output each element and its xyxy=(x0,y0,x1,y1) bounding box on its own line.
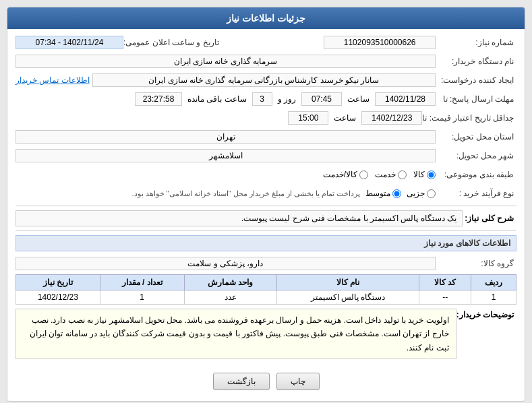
col-tarikh: تاریخ نیاز xyxy=(16,275,100,290)
row-jadval: جداقل تاریخ اعتبار قیمت: تا 1402/12/23 س… xyxy=(16,110,516,126)
col-vahed: واحد شمارش xyxy=(184,275,276,290)
buttons-row: چاپ بازگشت xyxy=(16,367,516,396)
mohlat-roz-label: روز و xyxy=(275,94,299,104)
noee-type-row: جزیی متوسط پرداخت تمام یا بخشی از مبلغ خ… xyxy=(16,189,436,198)
tabaqe-radio-group: کالا خدمت کالا/خدمت xyxy=(16,170,436,179)
ettelaat-tamas-link[interactable]: اطلاعات تماس خریدار xyxy=(16,75,90,85)
radio-jozii-input[interactable] xyxy=(427,189,436,198)
ijad-value: سانار نیکو خرسند کارشناس بازرگانی سرمایه… xyxy=(92,73,436,87)
radio-kk-label: کالا/خدمت xyxy=(323,170,357,179)
separator-2 xyxy=(16,230,516,231)
jadval-saat-label: ساعت xyxy=(331,113,359,123)
sharh-label: شرح کلی نیاز: xyxy=(463,214,516,223)
buyer-notes: اولویت خرید با تولید داخل است. هزینه حمل… xyxy=(16,309,456,359)
radio-motevaset[interactable]: متوسط xyxy=(365,189,401,198)
radio-jozii[interactable]: جزیی xyxy=(407,189,436,198)
ijad-flex: سانار نیکو خرسند کارشناس بازرگانی سرمایه… xyxy=(16,73,436,87)
row-shahr: شهر محل تحویل: اسلامشهر xyxy=(16,148,516,164)
name-dastgah-value: سرمایه گذاری خانه سازی ایران xyxy=(16,55,436,68)
jadval-label: جداقل تاریخ اعتبار قیمت: تا xyxy=(422,113,516,123)
sharh-value: یک دستگاه پالس اکسیمتر با مشخصات فنی شرح… xyxy=(16,210,463,226)
row-noee: نوع فرآیند خرید : جزیی متوسط پرداخت تمام… xyxy=(16,185,516,202)
group-kala-label: گروه کالا: xyxy=(436,259,516,268)
main-container: جزئیات اطلاعات نیاز شماره نیاز: 11020935… xyxy=(7,7,525,402)
buyer-row: توضیحات خریدار: اولویت خرید با تولید داخ… xyxy=(16,309,516,363)
page-header: جزئیات اطلاعات نیاز xyxy=(7,7,525,29)
mohlat-saat: 07:45 xyxy=(301,92,342,106)
radio-kk-input[interactable] xyxy=(359,170,368,179)
mohlat-mande: 23:27:58 xyxy=(135,92,182,106)
tarikh-label: تاریخ و ساعت اعلان عمومی: xyxy=(123,38,222,47)
radio-kala[interactable]: کالا xyxy=(413,170,436,179)
col-kod: کد کالا xyxy=(419,275,471,290)
radio-kala-label: کالا xyxy=(413,170,425,179)
sharh-row: شرح کلی نیاز: یک دستگاه پالس اکسیمتر با … xyxy=(16,210,516,226)
ijad-label: ایجاد کننده درخواست: xyxy=(436,75,516,85)
group-kala-value: دارو، پزشکی و سلامت xyxy=(16,257,436,270)
mohlat-mande-label: ساعت باقی مانده xyxy=(185,94,249,104)
page-title: جزئیات اطلاعات نیاز xyxy=(227,13,305,24)
radio-jozii-label: جزیی xyxy=(407,189,425,198)
radio-khadamat-input[interactable] xyxy=(398,170,407,179)
shomare-value: 1102093510000626 xyxy=(324,36,436,49)
shahr-value: اسلامشهر xyxy=(16,149,436,162)
row-ostan: استان محل تحویل: تهران xyxy=(16,129,516,145)
cell-name: دستگاه پالس اکسیمتر xyxy=(276,290,419,305)
ostan-value: تهران xyxy=(16,130,436,144)
shahr-label: شهر محل تحویل: xyxy=(436,151,516,160)
cell-tarikh: 1402/12/23 xyxy=(16,290,100,305)
row-mohlat: مهلت ارسال پاسخ: تا 1402/11/28 ساعت 07:4… xyxy=(16,91,516,107)
name-dastgah-label: نام دستگاه خریدار: xyxy=(436,57,516,66)
ostan-label: استان محل تحویل: xyxy=(436,132,516,142)
radio-khadamat-label: خدمت xyxy=(375,170,396,179)
noee-text: پرداخت تمام یا بخشی از مبلغ خریدار محل "… xyxy=(131,189,360,198)
col-radif: ردیف xyxy=(471,275,516,290)
cell-vahed: عدد xyxy=(184,290,276,305)
buyer-label: توضیحات خریدار: xyxy=(456,309,516,319)
row-ijad: ایجاد کننده درخواست: سانار نیکو خرسند کا… xyxy=(16,72,516,88)
shomare-label: شماره نیاز: xyxy=(436,38,516,47)
jadval-date: 1402/12/23 xyxy=(361,111,422,125)
mohlat-saat-label: ساعت xyxy=(345,94,372,104)
tarikh-value: 1402/11/24 - 07:34 xyxy=(16,36,123,49)
separator-1 xyxy=(16,206,516,206)
tabaqe-label: طبقه بندی موضوعی: xyxy=(436,170,516,179)
content-area: شماره نیاز: 1102093510000626 تاریخ و ساع… xyxy=(7,29,525,401)
mohlat-roz: 3 xyxy=(252,92,272,106)
kala-section-title: اطلاعات کالاهای مورد نیاز xyxy=(16,235,516,251)
radio-kala-input[interactable] xyxy=(427,170,436,179)
mohlat-flex: 1402/11/28 ساعت 07:45 روز و 3 ساعت باقی … xyxy=(16,92,436,106)
kala-table-section: ردیف کد کالا نام کالا واحد شمارش تعداد /… xyxy=(16,274,516,305)
noee-label: نوع فرآیند خرید : xyxy=(436,189,516,198)
row-group-kala: گروه کالا: دارو، پزشکی و سلامت xyxy=(16,255,516,272)
cell-kod: -- xyxy=(419,290,471,305)
table-row: 1 -- دستگاه پالس اکسیمتر عدد 1 1402/12/2… xyxy=(16,290,516,305)
bazgasht-button[interactable]: بازگشت xyxy=(213,373,270,390)
cell-radif: 1 xyxy=(471,290,516,305)
row-name-dastgah: نام دستگاه خریدار: سرمایه گذاری خانه ساز… xyxy=(16,53,516,69)
row-shomare: شماره نیاز: 1102093510000626 تاریخ و ساع… xyxy=(16,34,516,51)
radio-khadamat[interactable]: خدمت xyxy=(375,170,407,179)
kala-table: ردیف کد کالا نام کالا واحد شمارش تعداد /… xyxy=(16,274,516,305)
table-header-row: ردیف کد کالا نام کالا واحد شمارش تعداد /… xyxy=(16,275,516,290)
col-name: نام کالا xyxy=(276,275,419,290)
col-tedad: تعداد / مقدار xyxy=(100,275,184,290)
jadval-flex: 1402/12/23 ساعت 15:00 xyxy=(16,111,422,125)
cell-tedad: 1 xyxy=(100,290,184,305)
radio-motevaset-label: متوسط xyxy=(365,189,390,198)
radio-kala-khadamat[interactable]: کالا/خدمت xyxy=(323,170,368,179)
radio-motevaset-input[interactable] xyxy=(392,189,401,198)
mohlat-date: 1402/11/28 xyxy=(375,92,436,106)
mohlat-label: مهلت ارسال پاسخ: تا xyxy=(436,94,516,104)
row-tabaqe: طبقه بندی موضوعی: کالا خدمت کالا/خدمت xyxy=(16,166,516,183)
jadval-saat: 15:00 xyxy=(288,111,328,125)
chap-button[interactable]: چاپ xyxy=(276,373,320,390)
